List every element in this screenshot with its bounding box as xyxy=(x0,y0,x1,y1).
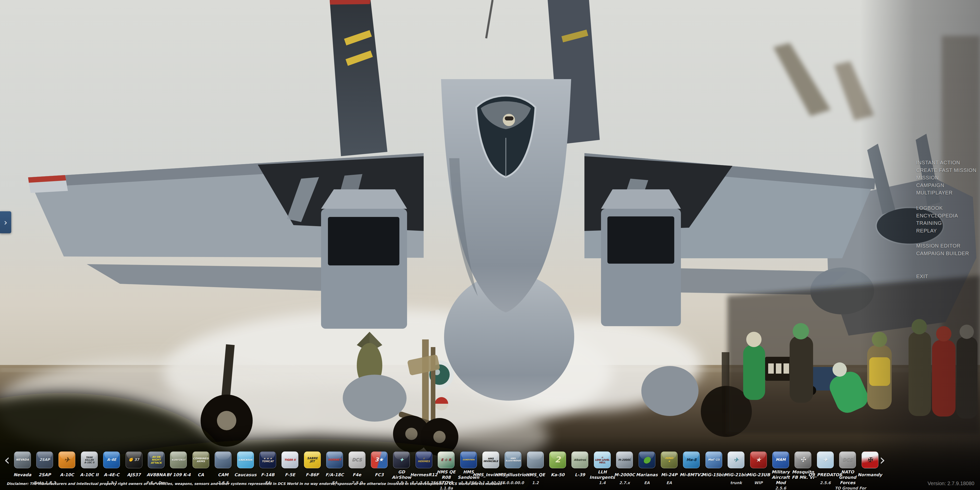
module-text: MiG-15bis xyxy=(701,469,727,480)
module-label: F-86F xyxy=(300,469,325,480)
caucasus-mountains-icon[interactable]: CAUCASUS xyxy=(237,452,254,468)
normandy-icon[interactable]: ✠ xyxy=(862,452,878,468)
bf-109-kurfurst-icon[interactable]: KURFÜRST xyxy=(170,452,187,468)
hms-qe-r08-crest-icon[interactable]: E ♔ R xyxy=(438,452,455,468)
a-10c-ii-tank-killer-icon[interactable]: TANK KILLER A-10C II xyxy=(81,452,98,468)
av-8b-night-attack-icon[interactable]: AV-8B NIGHT ATTACK xyxy=(148,452,165,468)
module-mig-15bis[interactable]: МиГ-15MiG-15bis xyxy=(703,452,725,490)
menu-item-multiplayer[interactable]: MULTIPLAYER xyxy=(916,189,977,197)
module-mi-24p[interactable]: HIND ★Mi-24PEA xyxy=(658,452,680,490)
q9-predator-icon[interactable]: ✈ xyxy=(817,452,834,468)
nato-ground-forces-icon[interactable]: DCS xyxy=(839,452,856,468)
module-l-39[interactable]: AlbatrosL-39 xyxy=(569,452,591,490)
menu-item-encyclopedia[interactable]: ENCYCLOPEDIA xyxy=(916,212,977,220)
module-hms-illustrious[interactable]: HMS ILLUSTRIOUSHMS_illustrious1.0.0.00.0 xyxy=(502,452,524,490)
l-39-albatros-icon[interactable]: Albatros xyxy=(571,452,588,468)
fc3-star-icon[interactable]: 3★ xyxy=(371,452,388,468)
background-photo xyxy=(0,0,980,490)
mig-21bis-icon[interactable]: ✈ xyxy=(728,452,745,468)
module-nato-ground-forces[interactable]: DCSNATO Ground ForcesTO Ground For xyxy=(836,452,859,490)
module-version: 2.5.6 xyxy=(813,480,838,485)
module-mosquito-fb-mk-vi[interactable]: ✣Mosquito FB Mk. VI xyxy=(792,452,814,490)
gd-airshow-icon[interactable]: ✦ xyxy=(393,452,410,468)
module-scroll-right-arrow[interactable]: › xyxy=(880,452,885,468)
module-label: L-39 xyxy=(567,469,593,480)
module-version: 2.7.x xyxy=(612,480,637,485)
menu-item-mission[interactable]: MISSION xyxy=(916,174,977,182)
module-scroll-left-arrow[interactable]: ‹ xyxy=(4,452,10,468)
module-normandy[interactable]: ✠Normandy xyxy=(859,452,881,490)
module-ka-50[interactable]: 2Ka-50 xyxy=(546,452,569,490)
module-llh-insurgents[interactable]: ☠ LOW LEVEL HELLLLH Insurgents1.4 xyxy=(591,452,613,490)
module-icon-glyph: 2 xyxy=(555,455,560,465)
menu-item-instant-action[interactable]: INSTANT ACTION xyxy=(916,159,977,167)
cam-tail-icon[interactable] xyxy=(215,452,231,468)
m-2000c-icon[interactable]: M-2000C xyxy=(616,452,633,468)
module-version: TO Ground For xyxy=(835,486,860,490)
module-icon-glyph: HORNET xyxy=(328,458,341,461)
hms-sandown-crest-icon[interactable]: SANDOWN xyxy=(460,452,477,468)
marianas-island-icon[interactable]: ⬤ xyxy=(638,452,655,468)
module-icon-glyph: HMS ILLUSTRIOUS xyxy=(506,458,520,462)
mi-24p-hind-icon[interactable]: HIND ★ xyxy=(661,452,678,468)
menu-section-1: INSTANT ACTIONCREATE FAST MISSIONMISSION… xyxy=(916,159,977,197)
module-icon-glyph: ✣ xyxy=(800,456,806,463)
module-text: NATO Ground ForcesTO Ground For xyxy=(835,469,860,490)
module-text: Military Aircraft Mod2.5.6 xyxy=(768,469,794,490)
hms-qe-ship-icon[interactable] xyxy=(527,452,544,468)
module-label: FC3 xyxy=(366,469,392,480)
combined-arms-icon[interactable]: COMBINED ARMS xyxy=(192,452,209,468)
f-86f-sabre-jet-icon[interactable]: SABRE JET xyxy=(304,452,321,468)
military-aircraft-mod-icon[interactable]: MAM xyxy=(772,452,789,468)
f-14b-tomcat-icon[interactable]: ★ ★ ★ TOMCAT xyxy=(259,452,276,468)
module-label: Mi-8MTV2 xyxy=(679,469,704,480)
mig-23ub-icon[interactable]: ★ xyxy=(750,452,767,468)
menu-item-campaign-builder[interactable]: CAMPAIGN BUILDER xyxy=(916,250,977,258)
module-label: Military Aircraft Mod xyxy=(768,469,794,485)
module-mig-21bis[interactable]: ✈MiG-21bistrunk xyxy=(725,452,747,490)
f4e-dcs-icon[interactable]: DCS xyxy=(348,452,366,468)
ajs37-fist-icon[interactable]: ✊ 37 xyxy=(126,452,142,468)
module-icon-glyph: M-2000C xyxy=(618,458,631,461)
module-hms-qe[interactable]: HMS_QE1.2 xyxy=(524,452,546,490)
module-label: Mi-24P xyxy=(656,469,682,480)
nevada-map-icon[interactable]: NEVADA xyxy=(14,452,31,468)
side-panel-tab[interactable]: › xyxy=(0,211,11,233)
menu-item-replay[interactable]: REPLAY xyxy=(916,227,977,235)
module-m-2000c[interactable]: M-2000CM-2000C2.7.x xyxy=(614,452,636,490)
module-text: AJS37 xyxy=(121,469,147,480)
menu-item-mission-editor[interactable]: MISSION EDITOR xyxy=(916,242,977,250)
f-a-18c-hornet-icon[interactable]: HORNET xyxy=(326,452,343,468)
menu-item-create-fast-mission[interactable]: CREATE FAST MISSION xyxy=(916,167,977,174)
mig-15bis-icon[interactable]: МиГ-15 xyxy=(705,452,722,468)
module-q9-predator[interactable]: ✈Q9_PREDATOR2.5.6 xyxy=(814,452,836,490)
module-icon-glyph: HIND ★ xyxy=(665,457,673,463)
menu-item-exit[interactable]: EXIT xyxy=(916,273,977,280)
module-mi-8mtv2[interactable]: Ми-8Mi-8MTV2 xyxy=(680,452,703,490)
a-10c-icon[interactable]: ✈ xyxy=(59,452,75,468)
f-5e-tiger-ii-icon[interactable]: TIGER II xyxy=(282,452,298,468)
module-icon-glyph: ✊ 37 xyxy=(129,458,139,462)
ka-50-icon[interactable]: 2 xyxy=(549,452,566,468)
module-version: 2.5.6 xyxy=(768,486,794,490)
menu-item-campaign[interactable]: CAMPAIGN xyxy=(916,182,977,189)
menu-item-training[interactable]: TRAINING xyxy=(916,220,977,227)
hms-illustrious-icon[interactable]: HMS ILLUSTRIOUS xyxy=(504,452,522,468)
hms-invincible-icon[interactable]: HMS INVINCIBLE xyxy=(482,452,499,468)
hermes-crest-icon[interactable]: ♕ HERMES xyxy=(415,452,432,468)
2sap-dome-icon[interactable]: 2SAP xyxy=(36,452,53,468)
mi-8mtv2-icon[interactable]: Ми-8 xyxy=(683,452,700,468)
module-marianas[interactable]: ⬤MarianasEA xyxy=(636,452,658,490)
a-4e-c-icon[interactable]: A-4E xyxy=(103,452,120,468)
module-mig-23ub[interactable]: ★MiG-23UBWIP xyxy=(747,452,770,490)
module-text: Mi-8MTV2 xyxy=(679,469,704,480)
module-version: trunk xyxy=(723,480,749,485)
menu-item-logbook[interactable]: LOGBOOK xyxy=(916,204,977,212)
llh-insurgents-icon[interactable]: ☠ LOW LEVEL HELL xyxy=(594,452,611,468)
module-text: Caucasus xyxy=(233,469,258,480)
module-label: F-14B xyxy=(255,469,280,480)
module-version: 1.4 xyxy=(590,480,615,485)
module-military-aircraft-mod[interactable]: MAMMilitary Aircraft Mod2.5.6 xyxy=(770,452,792,490)
module-icon-glyph: TIGER II xyxy=(284,458,296,461)
mosquito-fb-icon[interactable]: ✣ xyxy=(794,452,811,468)
